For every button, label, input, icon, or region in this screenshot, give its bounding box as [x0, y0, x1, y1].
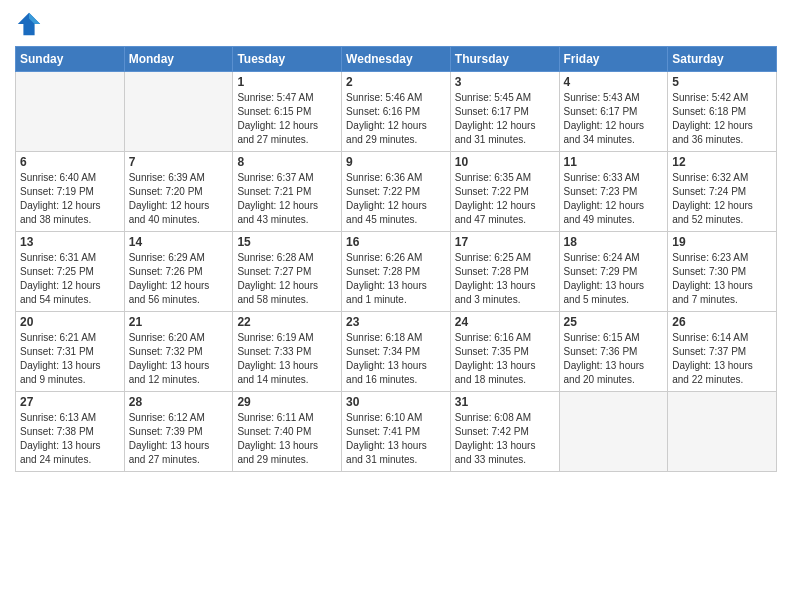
calendar-week-row: 20Sunrise: 6:21 AMSunset: 7:31 PMDayligh… [16, 312, 777, 392]
table-row: 18Sunrise: 6:24 AMSunset: 7:29 PMDayligh… [559, 232, 668, 312]
day-detail: Sunrise: 6:39 AMSunset: 7:20 PMDaylight:… [129, 171, 229, 227]
table-row [124, 72, 233, 152]
day-detail: Sunrise: 5:43 AMSunset: 6:17 PMDaylight:… [564, 91, 664, 147]
day-detail: Sunrise: 6:14 AMSunset: 7:37 PMDaylight:… [672, 331, 772, 387]
table-row: 22Sunrise: 6:19 AMSunset: 7:33 PMDayligh… [233, 312, 342, 392]
table-row: 21Sunrise: 6:20 AMSunset: 7:32 PMDayligh… [124, 312, 233, 392]
day-detail: Sunrise: 6:08 AMSunset: 7:42 PMDaylight:… [455, 411, 555, 467]
table-row: 6Sunrise: 6:40 AMSunset: 7:19 PMDaylight… [16, 152, 125, 232]
day-number: 2 [346, 75, 446, 89]
table-row: 30Sunrise: 6:10 AMSunset: 7:41 PMDayligh… [342, 392, 451, 472]
table-row: 11Sunrise: 6:33 AMSunset: 7:23 PMDayligh… [559, 152, 668, 232]
day-detail: Sunrise: 6:26 AMSunset: 7:28 PMDaylight:… [346, 251, 446, 307]
day-detail: Sunrise: 5:46 AMSunset: 6:16 PMDaylight:… [346, 91, 446, 147]
day-number: 20 [20, 315, 120, 329]
day-detail: Sunrise: 5:42 AMSunset: 6:18 PMDaylight:… [672, 91, 772, 147]
day-number: 14 [129, 235, 229, 249]
col-friday: Friday [559, 47, 668, 72]
day-number: 6 [20, 155, 120, 169]
day-detail: Sunrise: 6:20 AMSunset: 7:32 PMDaylight:… [129, 331, 229, 387]
day-detail: Sunrise: 5:47 AMSunset: 6:15 PMDaylight:… [237, 91, 337, 147]
table-row: 15Sunrise: 6:28 AMSunset: 7:27 PMDayligh… [233, 232, 342, 312]
day-number: 10 [455, 155, 555, 169]
day-detail: Sunrise: 6:31 AMSunset: 7:25 PMDaylight:… [20, 251, 120, 307]
col-saturday: Saturday [668, 47, 777, 72]
day-number: 1 [237, 75, 337, 89]
day-number: 18 [564, 235, 664, 249]
day-number: 13 [20, 235, 120, 249]
table-row: 26Sunrise: 6:14 AMSunset: 7:37 PMDayligh… [668, 312, 777, 392]
logo-icon [15, 10, 43, 38]
day-detail: Sunrise: 6:32 AMSunset: 7:24 PMDaylight:… [672, 171, 772, 227]
col-tuesday: Tuesday [233, 47, 342, 72]
logo [15, 10, 47, 38]
col-wednesday: Wednesday [342, 47, 451, 72]
day-detail: Sunrise: 6:40 AMSunset: 7:19 PMDaylight:… [20, 171, 120, 227]
day-detail: Sunrise: 6:19 AMSunset: 7:33 PMDaylight:… [237, 331, 337, 387]
table-row: 1Sunrise: 5:47 AMSunset: 6:15 PMDaylight… [233, 72, 342, 152]
day-number: 25 [564, 315, 664, 329]
day-detail: Sunrise: 6:16 AMSunset: 7:35 PMDaylight:… [455, 331, 555, 387]
table-row: 13Sunrise: 6:31 AMSunset: 7:25 PMDayligh… [16, 232, 125, 312]
calendar-week-row: 6Sunrise: 6:40 AMSunset: 7:19 PMDaylight… [16, 152, 777, 232]
day-detail: Sunrise: 6:35 AMSunset: 7:22 PMDaylight:… [455, 171, 555, 227]
day-number: 28 [129, 395, 229, 409]
calendar-week-row: 13Sunrise: 6:31 AMSunset: 7:25 PMDayligh… [16, 232, 777, 312]
table-row [668, 392, 777, 472]
table-row: 17Sunrise: 6:25 AMSunset: 7:28 PMDayligh… [450, 232, 559, 312]
table-row: 14Sunrise: 6:29 AMSunset: 7:26 PMDayligh… [124, 232, 233, 312]
day-number: 4 [564, 75, 664, 89]
day-number: 31 [455, 395, 555, 409]
day-number: 9 [346, 155, 446, 169]
day-detail: Sunrise: 6:24 AMSunset: 7:29 PMDaylight:… [564, 251, 664, 307]
table-row: 16Sunrise: 6:26 AMSunset: 7:28 PMDayligh… [342, 232, 451, 312]
table-row: 3Sunrise: 5:45 AMSunset: 6:17 PMDaylight… [450, 72, 559, 152]
day-detail: Sunrise: 6:33 AMSunset: 7:23 PMDaylight:… [564, 171, 664, 227]
day-number: 8 [237, 155, 337, 169]
day-number: 21 [129, 315, 229, 329]
day-number: 7 [129, 155, 229, 169]
day-number: 30 [346, 395, 446, 409]
day-number: 19 [672, 235, 772, 249]
table-row: 7Sunrise: 6:39 AMSunset: 7:20 PMDaylight… [124, 152, 233, 232]
day-detail: Sunrise: 6:36 AMSunset: 7:22 PMDaylight:… [346, 171, 446, 227]
day-number: 12 [672, 155, 772, 169]
day-detail: Sunrise: 6:28 AMSunset: 7:27 PMDaylight:… [237, 251, 337, 307]
day-number: 16 [346, 235, 446, 249]
table-row: 5Sunrise: 5:42 AMSunset: 6:18 PMDaylight… [668, 72, 777, 152]
table-row [559, 392, 668, 472]
calendar-table: Sunday Monday Tuesday Wednesday Thursday… [15, 46, 777, 472]
col-thursday: Thursday [450, 47, 559, 72]
day-detail: Sunrise: 6:29 AMSunset: 7:26 PMDaylight:… [129, 251, 229, 307]
table-row: 12Sunrise: 6:32 AMSunset: 7:24 PMDayligh… [668, 152, 777, 232]
day-detail: Sunrise: 6:10 AMSunset: 7:41 PMDaylight:… [346, 411, 446, 467]
day-number: 24 [455, 315, 555, 329]
table-row: 28Sunrise: 6:12 AMSunset: 7:39 PMDayligh… [124, 392, 233, 472]
table-row: 9Sunrise: 6:36 AMSunset: 7:22 PMDaylight… [342, 152, 451, 232]
table-row: 24Sunrise: 6:16 AMSunset: 7:35 PMDayligh… [450, 312, 559, 392]
day-detail: Sunrise: 6:15 AMSunset: 7:36 PMDaylight:… [564, 331, 664, 387]
day-detail: Sunrise: 6:23 AMSunset: 7:30 PMDaylight:… [672, 251, 772, 307]
table-row: 8Sunrise: 6:37 AMSunset: 7:21 PMDaylight… [233, 152, 342, 232]
table-row: 29Sunrise: 6:11 AMSunset: 7:40 PMDayligh… [233, 392, 342, 472]
day-detail: Sunrise: 6:21 AMSunset: 7:31 PMDaylight:… [20, 331, 120, 387]
table-row: 4Sunrise: 5:43 AMSunset: 6:17 PMDaylight… [559, 72, 668, 152]
table-row: 31Sunrise: 6:08 AMSunset: 7:42 PMDayligh… [450, 392, 559, 472]
day-detail: Sunrise: 6:11 AMSunset: 7:40 PMDaylight:… [237, 411, 337, 467]
table-row: 20Sunrise: 6:21 AMSunset: 7:31 PMDayligh… [16, 312, 125, 392]
day-number: 5 [672, 75, 772, 89]
table-row: 25Sunrise: 6:15 AMSunset: 7:36 PMDayligh… [559, 312, 668, 392]
day-detail: Sunrise: 6:18 AMSunset: 7:34 PMDaylight:… [346, 331, 446, 387]
day-number: 23 [346, 315, 446, 329]
table-row: 2Sunrise: 5:46 AMSunset: 6:16 PMDaylight… [342, 72, 451, 152]
day-number: 17 [455, 235, 555, 249]
calendar-header-row: Sunday Monday Tuesday Wednesday Thursday… [16, 47, 777, 72]
day-detail: Sunrise: 6:12 AMSunset: 7:39 PMDaylight:… [129, 411, 229, 467]
day-detail: Sunrise: 6:13 AMSunset: 7:38 PMDaylight:… [20, 411, 120, 467]
table-row: 10Sunrise: 6:35 AMSunset: 7:22 PMDayligh… [450, 152, 559, 232]
table-row: 23Sunrise: 6:18 AMSunset: 7:34 PMDayligh… [342, 312, 451, 392]
day-number: 26 [672, 315, 772, 329]
calendar-week-row: 27Sunrise: 6:13 AMSunset: 7:38 PMDayligh… [16, 392, 777, 472]
day-number: 22 [237, 315, 337, 329]
day-detail: Sunrise: 6:25 AMSunset: 7:28 PMDaylight:… [455, 251, 555, 307]
